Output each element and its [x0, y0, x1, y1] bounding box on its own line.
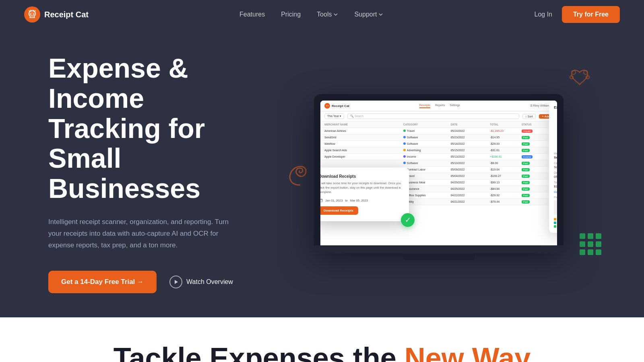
nav-actions: Log In Try for Free [534, 6, 620, 23]
svg-rect-13 [596, 241, 601, 247]
side-panel-title: Expenses By Category [554, 105, 557, 109]
svg-point-1 [30, 14, 31, 15]
sp-category-label: Category [554, 162, 557, 165]
hero-title: Expense & Income Tracking for Small Busi… [48, 53, 274, 204]
svg-rect-12 [588, 241, 593, 247]
svg-point-2 [33, 14, 35, 15]
app-nav-tabs: Receipts Reports Settings [419, 104, 460, 108]
sp-merchant-label: Merchant Name [554, 152, 557, 155]
laptop-base [314, 245, 564, 253]
col-category: CATEGORY [403, 123, 451, 126]
app-logo-icon [324, 103, 330, 109]
svg-rect-8 [580, 233, 585, 239]
app-search: 🔍 Search [347, 113, 519, 119]
nav-pricing[interactable]: Pricing [281, 11, 301, 18]
hero-content: Expense & Income Tracking for Small Busi… [48, 53, 274, 293]
table-row: Software 05/10/2022 -$9.00 Paid [320, 160, 557, 167]
nav-links: Features Pricing Tools Support [239, 11, 383, 18]
navbar: Receipt Cat Features Pricing Tools Suppo… [0, 0, 644, 29]
svg-point-18 [326, 105, 327, 106]
logo-icon [24, 6, 40, 23]
laptop-stand [402, 253, 475, 260]
download-receipts-button[interactable]: Download Receipts [320, 206, 358, 215]
play-icon [169, 276, 182, 288]
login-button[interactable]: Log In [534, 11, 552, 18]
watch-overview-button[interactable]: Watch Overview [169, 276, 233, 288]
paw-decoration [564, 64, 596, 101]
table-row: Apple Search Ads Advertising 05/15/2022 … [320, 147, 557, 154]
bottom-section: Tackle Expenses the New Way [0, 317, 644, 362]
chevron-down-icon [333, 12, 338, 17]
col-status: STATUS [522, 123, 553, 126]
col-date: DATE [450, 123, 490, 126]
hero-buttons: Get a 14-Day Free Trial → Watch Overview [48, 271, 274, 293]
svg-rect-29 [320, 199, 322, 202]
side-panel: Expenses By Category [549, 101, 557, 233]
chevron-down-icon-2 [378, 12, 383, 17]
sp-merchant-value: SendGrid [554, 156, 557, 159]
sp-category-value: Software [554, 165, 557, 169]
nav-logo[interactable]: Receipt Cat [24, 6, 89, 23]
date-to: Mar 05, 2023 [350, 199, 368, 202]
nav-tools[interactable]: Tools [317, 11, 338, 18]
app-topbar: Receipt Cat Receipts Reports Settings ☰ … [320, 101, 557, 111]
table-row: Webflow Software 05/18/2022 -$29.00 Paid [320, 141, 557, 147]
svg-rect-9 [588, 233, 593, 239]
play-triangle-icon [173, 279, 179, 285]
app-tab-receipts: Receipts [419, 104, 430, 108]
app-toolbar: This Year ▾ 🔍 Search ↕ Sort + Add [320, 111, 557, 121]
app-logo-small: Receipt Cat [324, 103, 349, 109]
download-date-range: Jan 01, 2023 to Mar 05, 2023 [320, 198, 402, 202]
svg-rect-10 [596, 233, 601, 239]
nav-features[interactable]: Features [239, 11, 265, 18]
laptop-frame: Receipt Cat Receipts Reports Settings ☰ … [314, 94, 564, 245]
svg-rect-15 [588, 249, 593, 255]
swirl-decoration [286, 157, 314, 189]
date-separator: to [345, 199, 347, 202]
app-table-header: MERCHANT NAME CATEGORY DATE TOTAL STATUS [320, 121, 557, 128]
col-total: TOTAL [490, 123, 521, 126]
col-merchant: MERCHANT NAME [324, 123, 403, 126]
download-modal-title: Download Receipts [320, 174, 402, 179]
laptop-mockup: Receipt Cat Receipts Reports Settings ☰ … [314, 94, 564, 260]
table-row: Apple Developer Income 05/13/2022 +$188.… [320, 154, 557, 160]
sp-total-value: $14.95 [554, 185, 557, 188]
grid-decoration [580, 233, 604, 257]
sp-date-value: 05/23/2022 [554, 175, 557, 179]
sp-legend: Advertising Software Office Supplies Tel… [554, 218, 557, 228]
hero-image-area: Receipt Cat Receipts Reports Settings ☰ … [274, 56, 620, 290]
svg-rect-11 [580, 241, 585, 247]
date-from: Jan 01, 2023 [325, 199, 343, 202]
svg-marker-3 [175, 280, 178, 284]
app-sort: ↕ Sort [522, 114, 535, 119]
svg-rect-16 [596, 249, 601, 255]
svg-rect-14 [580, 249, 585, 255]
donut-chart [554, 113, 557, 149]
hero-description: Intelligent receipt scanner, organizatio… [48, 216, 233, 251]
app-logo-text: Receipt Cat [332, 104, 349, 108]
download-modal-desc: It will take some time for your receipts… [320, 181, 402, 195]
sp-mark-unpaid[interactable]: Mark as unpaid [554, 191, 557, 193]
sp-preview-label: Preview [554, 196, 557, 199]
hero-section: Expense & Income Tracking for Small Busi… [0, 29, 644, 317]
bottom-title: Tackle Expenses the New Way [114, 341, 530, 362]
logo-text: Receipt Cat [44, 10, 89, 19]
sp-preview-thumbnails [554, 200, 557, 215]
app-tab-settings: Settings [450, 104, 460, 108]
app-year-select: This Year ▾ [324, 113, 344, 119]
download-modal: Download Receipts It will take some time… [320, 168, 409, 222]
svg-point-17 [324, 103, 330, 109]
sp-total-label: Total Amount [554, 181, 557, 184]
laptop-screen: Receipt Cat Receipts Reports Settings ☰ … [320, 101, 557, 245]
sp-date-label: Date [554, 171, 557, 174]
table-row: American Airlines Travel 05/24/2022 -$1,… [320, 128, 557, 134]
nav-support[interactable]: Support [354, 11, 383, 18]
table-row: SendGrid Software 05/23/2022 -$14.95 Pai… [320, 134, 557, 141]
app-tab-reports: Reports [435, 104, 445, 108]
svg-point-19 [328, 105, 328, 106]
calendar-icon [320, 198, 323, 202]
cta-button[interactable]: Get a 14-Day Free Trial → [48, 271, 157, 293]
try-free-button[interactable]: Try for Free [562, 6, 620, 23]
